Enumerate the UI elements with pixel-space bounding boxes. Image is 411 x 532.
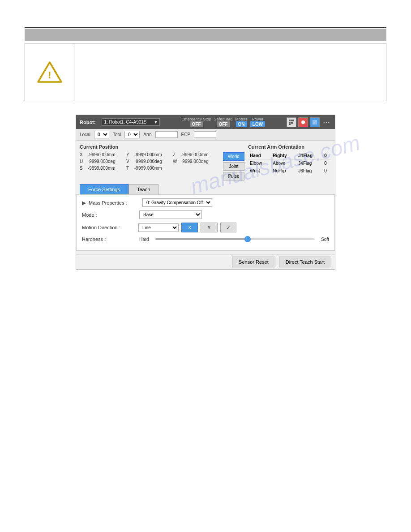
robot-right: Current Arm Orientation Hand Righty J1Fl… [248, 144, 331, 180]
status-group: Emergency Stop OFF Safeguard OFF Motors … [164, 117, 282, 127]
safeguard-label: Safeguard [214, 117, 233, 121]
z-button[interactable]: Z [220, 223, 237, 232]
power-label: Power [252, 117, 264, 121]
x-button[interactable]: X [181, 223, 198, 232]
ecp-label: ECP [181, 132, 191, 137]
svg-rect-3 [291, 120, 293, 121]
motion-direction-label: Motion Direction : [82, 225, 136, 230]
u-label: U [80, 159, 85, 164]
w-value: -9999.000deg [181, 159, 217, 164]
blue-icon[interactable] [310, 117, 320, 127]
wrist-flag: J6Flag [296, 167, 322, 175]
svg-rect-2 [289, 120, 291, 121]
elbow-flag: J4Flag [296, 159, 322, 167]
robot-ui-wrapper: Robot: 1: Robot1, C4-A901S ▼ Emergency S… [76, 115, 335, 270]
emergency-stop-value: OFF [190, 121, 203, 127]
pulse-button[interactable]: Pulse [223, 172, 244, 180]
motion-direction-select[interactable]: Line [138, 223, 179, 232]
arm-col-flag: J1Flag [296, 152, 322, 159]
warning-box: ! [25, 43, 386, 101]
tool-select[interactable]: 0 [124, 131, 140, 138]
current-position-title: Current Position [80, 144, 244, 150]
hardness-label: Hardness : [82, 236, 136, 242]
motors-label: Motors [235, 117, 248, 121]
arm-col-flagval: 0 [322, 152, 331, 159]
t-label: T [126, 166, 132, 171]
svg-rect-7 [289, 124, 291, 125]
warning-icon-cell: ! [25, 43, 74, 101]
hardness-hard-label: Hard [139, 237, 149, 242]
t-value: -9999.000mm [134, 166, 170, 171]
robot-select-arrow-icon: ▼ [154, 120, 158, 124]
tool-label: Tool [113, 132, 121, 137]
y-button[interactable]: Y [201, 223, 217, 232]
hardness-slider-track[interactable] [155, 238, 315, 240]
ecp-input[interactable] [194, 131, 216, 138]
robot-select[interactable]: 1: Robot1, C4-A901S ▼ [102, 118, 160, 126]
slider-container[interactable] [155, 236, 315, 242]
u-value: -9999.000deg [88, 159, 124, 164]
position-grid: X -9999.000mm Y -9999.000mm Z -9999.000m… [80, 152, 217, 171]
elbow-value: Above [271, 159, 296, 167]
emergency-stop-label: Emergency Stop [181, 117, 211, 121]
y-value: -9999.000mm [134, 152, 170, 157]
mass-properties-select[interactable]: 0: Gravity Compensation Off [142, 198, 212, 207]
arm-col-label: Hand [248, 152, 271, 159]
arm-col-value: Righty [271, 152, 296, 159]
y-label: Y [126, 152, 132, 157]
teach-tab[interactable]: Teach [128, 184, 158, 194]
direct-teach-start-button[interactable]: Direct Teach Start [279, 257, 331, 267]
motors-status: Motors ON [235, 117, 248, 127]
x-label: X [80, 152, 85, 157]
v-label: V [126, 159, 132, 164]
force-settings-tab[interactable]: Force Settings [80, 184, 128, 194]
tabs-row: Force Settings Teach [76, 184, 335, 194]
svg-rect-9 [313, 120, 317, 124]
hardness-soft-label: Soft [321, 237, 329, 242]
top-divider [25, 27, 386, 28]
grid-icon[interactable] [287, 117, 296, 127]
menu-dots-button[interactable]: ⋯ [321, 117, 331, 127]
motors-value: ON [236, 121, 247, 127]
top-bar-icons: ⋯ [287, 117, 331, 127]
safeguard-status: Safeguard OFF [214, 117, 233, 127]
hardness-row: Hardness : Hard Soft [82, 236, 329, 242]
settings-panel: ▶ Mass Properties : 0: Gravity Compensat… [76, 194, 335, 251]
wrist-label: Wrist [248, 167, 271, 175]
bottom-buttons-bar: Sensor Reset Direct Teach Start [76, 254, 335, 269]
svg-rect-5 [289, 122, 291, 124]
mode-buttons: World Joint Pulse [223, 152, 244, 180]
arm-orientation-title: Current Arm Orientation [248, 144, 331, 150]
local-select[interactable]: 0 [94, 131, 109, 138]
menu-dots-icon: ⋯ [323, 118, 330, 126]
robot-panel: Robot: 1: Robot1, C4-A901S ▼ Emergency S… [76, 115, 335, 270]
sensor-reset-button[interactable]: Sensor Reset [232, 257, 275, 267]
position-row-xyz: X -9999.000mm Y -9999.000mm Z -9999.000m… [80, 152, 217, 157]
arm-input[interactable] [155, 131, 178, 138]
hardness-slider-thumb[interactable] [244, 236, 251, 242]
local-label: Local [80, 132, 90, 137]
power-status: Power LOW [250, 117, 265, 127]
mode-select[interactable]: Base [139, 210, 202, 219]
red-icon[interactable] [298, 117, 308, 127]
expand-arrow-icon: ▶ [82, 200, 86, 206]
arm-label: Arm [143, 132, 151, 137]
joint-button[interactable]: Joint [223, 162, 244, 171]
x-value: -9999.000mm [88, 152, 124, 157]
w-label: W [173, 159, 178, 164]
elbow-flag-val: 0 [322, 159, 331, 167]
gray-header-bar [25, 29, 386, 41]
v-value: -9999.000deg [134, 159, 170, 164]
safeguard-value: OFF [217, 121, 230, 127]
world-button[interactable]: World [223, 152, 244, 161]
mode-label: Mode : [82, 212, 136, 218]
warning-text-area [74, 43, 386, 101]
second-bar: Local 0 Tool 0 Arm ECP [76, 129, 335, 141]
robot-select-text: 1: Robot1, C4-A901S [104, 120, 152, 124]
z-value: -9999.000mm [181, 152, 217, 157]
position-row-uvw: U -9999.000deg V -9999.000deg W -9999.00… [80, 159, 217, 164]
emergency-stop-status: Emergency Stop OFF [181, 117, 211, 127]
robot-label: Robot: [80, 120, 95, 125]
robot-main: Current Position X -9999.000mm Y -9999.0… [76, 141, 335, 184]
elbow-label: Elbow [248, 159, 271, 167]
